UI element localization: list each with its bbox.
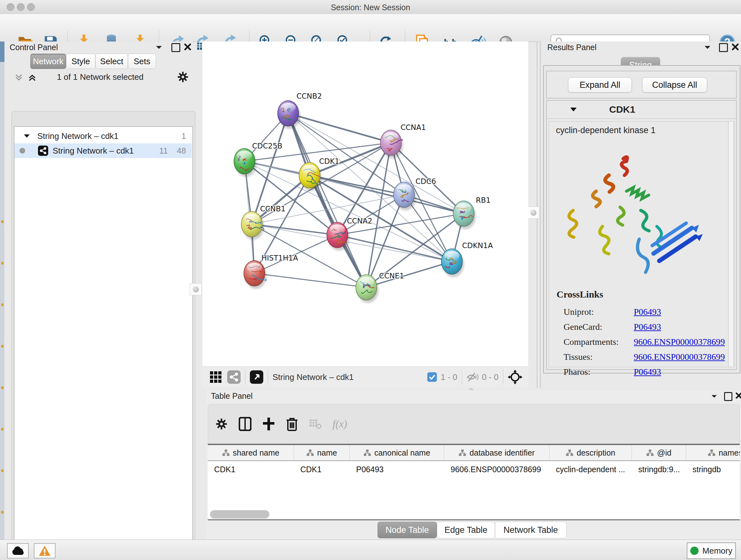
cell-shared-name[interactable]: CDK1 [208,461,294,478]
detach-view-icon[interactable] [250,370,263,384]
control-panel-title: Control Panel [10,43,58,52]
cell-namespace[interactable]: stringdb [686,461,740,478]
tab-network-table[interactable]: Network Table [495,522,566,538]
table-panel-close-icon[interactable] [736,392,741,399]
tab-style[interactable]: Style [66,54,95,69]
column-header[interactable]: canonical name [350,445,444,460]
network-row-selected[interactable]: String Network – cdk1 11 48 [14,143,192,158]
add-column-icon[interactable] [262,417,275,431]
crosslink-value[interactable]: P06493 [634,367,661,377]
column-header[interactable]: @id [632,445,686,460]
crosslinks-title: CrossLinks [556,289,603,300]
table-panel-collapse-icon[interactable] [711,393,718,399]
node-label: CDK1 [319,157,340,165]
collection-expand-caret[interactable] [23,133,30,139]
cloud-button[interactable] [7,543,29,558]
network-node-CCNB2[interactable] [278,101,300,129]
collection-name: String Network – cdk1 [37,131,118,141]
memory-button[interactable]: Memory [687,543,736,559]
control-panel-collapse-icon[interactable] [155,44,163,51]
expand-all-networks-icon[interactable] [14,73,23,82]
crosslinks-list: Uniprot: P06493 GeneCard: P06493 Compart… [563,304,730,379]
node-label: CCNB1 [260,205,286,213]
crosslink-value[interactable]: P06493 [634,307,661,317]
column-header[interactable]: description [549,445,632,460]
cell-description[interactable]: cyclin-dependent ... [549,461,632,478]
network-options-gear-icon[interactable] [177,71,189,83]
network-edge[interactable] [252,224,337,235]
crosslink-value[interactable]: P06493 [634,322,661,332]
results-panel-close-icon[interactable] [732,44,739,51]
expand-all-button[interactable]: Expand All [568,77,632,92]
control-panel-float-icon[interactable] [172,43,180,52]
gene-symbol: CDK1 [609,104,635,115]
control-panel-close-icon[interactable] [184,44,191,51]
table-horizontal-scrollbar[interactable] [210,510,269,518]
collection-row[interactable]: String Network – cdk1 1 [14,129,192,143]
results-panel-float-icon[interactable] [719,43,728,52]
network-node-RB1[interactable] [453,201,476,229]
tab-network[interactable]: Network [30,54,66,69]
node-label: CDC6 [415,177,436,186]
show-columns-icon[interactable] [239,417,252,431]
column-header[interactable]: namespace [686,445,740,460]
network-edge[interactable] [310,175,464,213]
tab-node-table[interactable]: Node Table [378,522,437,538]
crosslink-value[interactable]: 9606.ENSP00000378699 [634,352,725,362]
function-builder-icon[interactable]: f(x) [333,418,347,430]
tab-edge-table[interactable]: Edge Table [437,522,495,538]
selected-checkbox-icon[interactable] [427,372,437,382]
left-splitter-handle[interactable] [190,283,202,295]
network-edge[interactable] [288,113,464,213]
hidden-eye-icon[interactable] [467,372,479,382]
network-node-count: 11 [159,146,168,156]
birdseye-crosshair-icon[interactable] [508,370,522,384]
delete-table-icon[interactable] [309,418,322,430]
table-panel-float-icon[interactable] [724,392,732,401]
network-node-CCNA2[interactable] [327,222,349,251]
table-gear-icon[interactable] [215,418,228,430]
tab-sets[interactable]: Sets [128,54,156,69]
background-window-sliver [0,42,4,560]
cell-database-identifier[interactable]: 9606.ENSP00000378699 [444,461,549,478]
network-canvas[interactable]: CCNB2CCNA1CDC25BCDK1CDC6RB1CCNB1CCNA2CDK… [202,42,528,367]
column-header[interactable]: database identifier [444,445,549,460]
gene-entry-header[interactable]: CDK1 [547,101,736,119]
node-label: RB1 [476,196,490,204]
delete-column-trash-icon[interactable] [286,417,298,431]
network-edge[interactable] [337,235,452,261]
collapse-all-button[interactable]: Collapse All [642,77,707,92]
cell-name[interactable]: CDK1 [294,461,350,478]
network-graph-svg[interactable]: CCNB2CCNA1CDC25BCDK1CDC6RB1CCNB1CCNA2CDK… [202,42,528,367]
column-header[interactable]: name [294,445,350,460]
warnings-button[interactable] [34,543,56,558]
network-node-CDKN1A[interactable] [441,249,464,277]
network-edge[interactable] [254,273,366,287]
grid-view-icon[interactable] [209,371,222,383]
cell-id[interactable]: stringdb:9... [632,461,686,478]
network-edge[interactable] [288,113,391,143]
collapse-all-networks-icon[interactable] [27,73,37,82]
network-status-bar: String Network – cdk1 1 - 0 0 - 0 [202,367,528,387]
column-header[interactable]: shared name [208,445,294,460]
results-scrollbar[interactable] [728,122,734,367]
gene-description: cyclin-dependent kinase 1 [549,122,734,135]
crosslink-value[interactable]: 9606.ENSP00000378699 [634,337,725,347]
tab-select[interactable]: Select [95,54,128,69]
table-row[interactable]: CDK1 CDK1 P06493 9606.ENSP00000378699 cy… [208,461,740,478]
right-splitter-handle[interactable] [527,206,539,219]
crosslink-row: GeneCard: P06493 [563,319,730,334]
network-edge[interactable] [288,113,366,287]
share-view-icon[interactable] [227,370,241,384]
cell-canonical-name[interactable]: P06493 [350,461,444,478]
results-panel-collapse-icon[interactable] [704,44,711,51]
selected-counts: 1 - 0 [441,372,457,382]
network-node-HIST1H1A[interactable] [244,260,266,289]
results-panel-title: Results Panel [547,43,596,52]
control-panel: Control Panel Network Style Select Sets … [4,42,193,540]
gene-collapse-caret[interactable] [569,107,577,112]
network-node-CCNE1[interactable] [356,274,379,303]
main-toolbar: ? [0,14,741,42]
node-label: CCNA1 [401,123,426,132]
network-node-CDC25B[interactable] [234,148,257,177]
